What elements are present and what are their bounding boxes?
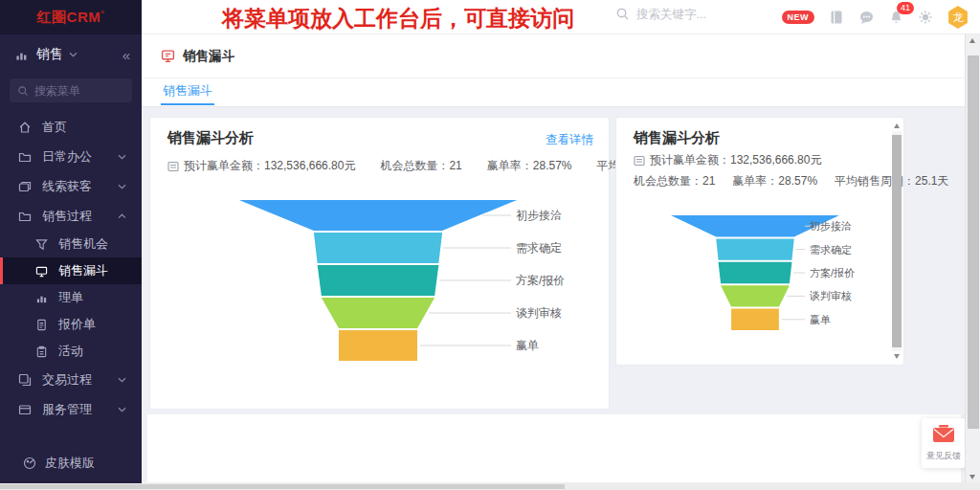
funnel-stage-3[interactable] (318, 265, 439, 296)
chevron-up-icon (118, 213, 126, 219)
sidebar-search[interactable] (10, 78, 132, 102)
funnel-stage-2[interactable] (314, 233, 442, 263)
breadcrumb: 销售漏斗 (142, 34, 965, 78)
view-details-link[interactable]: 查看详情 (546, 132, 593, 148)
funnel-stage-label: 赢单 (516, 339, 539, 352)
stat-total-opportunities: 机会总数量：21 (380, 158, 461, 174)
skin-template-button[interactable]: 皮肤模版 (0, 455, 142, 472)
funnel-stage-label: 谈判审核 (516, 306, 562, 320)
funnel-stage-label: 方案/报价 (516, 274, 565, 287)
stat-expected-amount: 预计赢单金额：132,536,666.80元 (650, 152, 821, 168)
funnel-stage-label: 谈判审核 (809, 290, 852, 301)
funnel-chart: 初步接洽需求确定方案/报价谈判审核赢单 (204, 198, 587, 363)
scrollbar-thumb[interactable] (0, 484, 565, 489)
stat-win-rate: 赢单率：28.57% (487, 158, 572, 174)
sidebar-search-input[interactable] (34, 84, 130, 98)
sidebar-item-lead-acquisition[interactable]: 线索获客 (0, 171, 142, 201)
notification-count-badge: 41 (897, 2, 914, 14)
home-icon (18, 121, 32, 134)
card-title: 销售漏斗分析 (634, 129, 720, 147)
layers-icon (18, 373, 32, 387)
funnel-stage-5[interactable] (731, 309, 779, 330)
clipboard-icon (35, 345, 48, 358)
chevron-down-icon (118, 377, 126, 383)
chevron-down-icon (118, 154, 126, 160)
global-search-input[interactable] (636, 8, 761, 21)
funnel-stage-label: 赢单 (810, 314, 831, 325)
funnel-stage-2[interactable] (716, 238, 793, 259)
avatar[interactable]: 龙 (947, 6, 969, 29)
sidebar-collapse-icon[interactable]: « (122, 47, 130, 63)
sidebar-item-service-management[interactable]: 服务管理 (0, 394, 142, 424)
bar-chart-icon (35, 292, 48, 304)
envelope-icon (932, 424, 955, 447)
funnel-stats-line2: 机会总数量：21 赢单率：28.57% 平均销售周期：25.1天 (634, 173, 966, 189)
global-search[interactable] (615, 7, 761, 21)
stat-expected-amount: 预计赢单金额：132,536,666.80元 (184, 158, 355, 174)
feedback-button[interactable]: 意见反馈 (922, 418, 966, 468)
sidebar: 红圈CRM° 销售 « 首页 日常办公 线索获客 (0, 0, 142, 483)
module-label: 销售 (36, 46, 63, 63)
sidebar-item-activity[interactable]: 活动 (0, 338, 142, 365)
funnel-icon (35, 238, 48, 251)
sidebar-item-sales-funnel[interactable]: 销售漏斗 (0, 257, 142, 284)
funnel-stage-5[interactable] (339, 330, 417, 361)
module-switcher[interactable]: 销售 « (0, 34, 142, 71)
header-actions: NEW 41 龙 (782, 0, 969, 34)
app-logo: 红圈CRM° (37, 9, 105, 27)
summary-icon (634, 155, 645, 167)
message-icon[interactable] (858, 10, 875, 25)
sidebar-item-quotation[interactable]: 报价单 (0, 311, 142, 338)
feedback-label: 意见反馈 (926, 450, 961, 462)
funnel-stage-label: 方案/报价 (810, 267, 855, 278)
scroll-down-arrow[interactable] (969, 475, 975, 479)
funnel-stage-4[interactable] (721, 285, 790, 306)
sidebar-item-sales-process[interactable]: 销售过程 (0, 201, 142, 231)
chevron-down-icon (69, 52, 78, 57)
document-icon (35, 319, 48, 331)
new-badge[interactable]: NEW (782, 11, 815, 24)
folder-icon (18, 210, 32, 223)
sidebar-item-order-management[interactable]: 理单 (0, 284, 142, 311)
bell-icon[interactable]: 41 (889, 10, 903, 25)
funnel-stage-4[interactable] (322, 298, 434, 328)
journal-icon[interactable] (829, 10, 844, 25)
tab-sales-funnel[interactable]: 销售漏斗 (161, 78, 214, 105)
window-horizontal-scrollbar (0, 483, 980, 490)
funnel-stats-line1: 预计赢单金额：132,536,666.80元 (634, 152, 838, 168)
funnel-chart-right: 初步接洽需求确定方案/报价谈判审核赢单 (657, 213, 910, 336)
sidebar-item-home[interactable]: 首页 (0, 112, 142, 142)
funnel-chart: 初步接洽需求确定方案/报价谈判审核赢单 (657, 213, 910, 332)
sidebar-item-transaction-process[interactable]: 交易过程 (0, 365, 142, 394)
sidebar-nav: 首页 日常办公 线索获客 销售过程 销售机会 销售漏斗 理单 (0, 112, 142, 424)
sidebar-item-sales-opportunity[interactable]: 销售机会 (0, 231, 142, 257)
annotation-text: 将菜单项放入工作台后，可直接访问 (222, 4, 574, 33)
window-vertical-scrollbar (965, 34, 980, 483)
search-icon (615, 7, 630, 21)
browser-icon (18, 403, 32, 416)
chevron-down-icon (118, 407, 126, 412)
sales-funnel-analysis-card-left: 销售漏斗分析 查看详情 预计赢单金额：132,536,666.80元 机会总数量… (149, 117, 610, 410)
folder-icon (18, 150, 32, 164)
scroll-up-arrow[interactable] (894, 123, 900, 128)
scroll-up-arrow[interactable] (969, 38, 975, 43)
funnel-chart-left: 初步接洽需求确定方案/报价谈判审核赢单 (204, 198, 587, 367)
monitor-icon (161, 49, 175, 63)
stat-win-rate: 赢单率：28.57% (732, 173, 817, 189)
funnel-stage-label: 初步接洽 (516, 209, 562, 222)
funnel-stage-3[interactable] (719, 262, 792, 283)
funnel-stage-1[interactable] (239, 200, 517, 231)
funnel-stage-label: 初步接洽 (809, 220, 852, 232)
gear-icon[interactable] (918, 10, 933, 25)
sales-funnel-analysis-card-right: 销售漏斗分析 预计赢单金额：132,536,666.80元 机会总数量：21 赢… (615, 117, 904, 366)
scroll-down-arrow[interactable] (894, 354, 900, 359)
chevron-down-icon (118, 184, 126, 189)
palette-icon (23, 457, 36, 470)
scrollbar-thumb[interactable] (892, 135, 902, 347)
card-title: 销售漏斗分析 (167, 129, 254, 147)
sidebar-item-daily-office[interactable]: 日常办公 (0, 142, 142, 171)
scrollbar-thumb[interactable] (968, 56, 979, 429)
funnel-stage-label: 需求确定 (810, 244, 852, 256)
top-header: 将菜单项放入工作台后，可直接访问 NEW 41 龙 (142, 0, 980, 34)
tab-bar: 销售漏斗 (142, 78, 965, 107)
